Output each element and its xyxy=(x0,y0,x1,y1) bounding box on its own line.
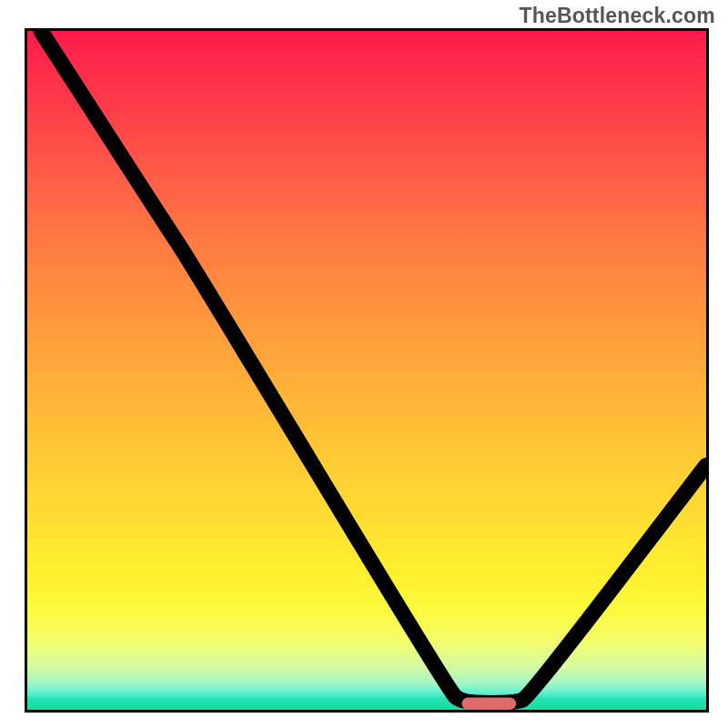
chart-frame: TheBottleneck.com xyxy=(0,0,728,728)
bottleneck-curve xyxy=(41,31,706,703)
plot-area xyxy=(25,28,709,713)
watermark-label: TheBottleneck.com xyxy=(519,4,715,28)
optimal-marker xyxy=(461,698,516,710)
curve-layer xyxy=(27,31,706,710)
